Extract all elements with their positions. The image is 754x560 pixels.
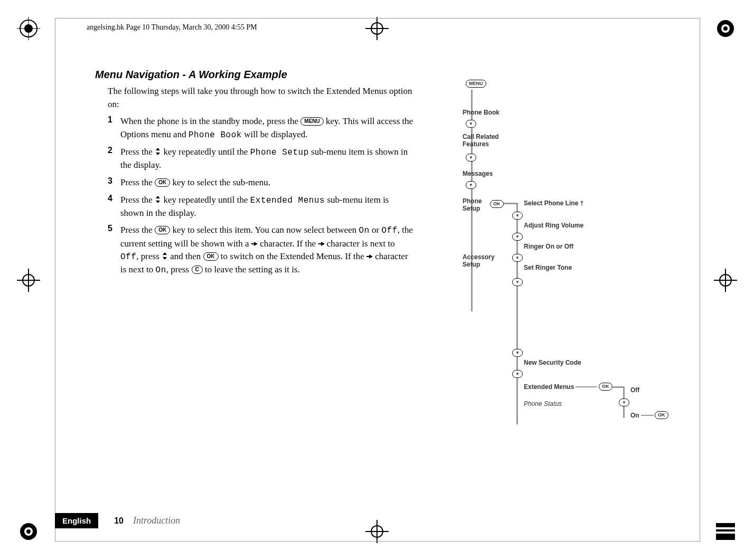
down-keycap-icon: [466, 120, 476, 128]
svg-rect-11: [716, 523, 735, 525]
ok-keycap-icon: OK: [155, 226, 170, 234]
menu-flow-diagram: MENU Phone Book Call Related Features Me…: [453, 79, 675, 470]
diagram-label: Messages: [463, 170, 493, 177]
down-keycap-icon: [512, 278, 523, 286]
step-number: 2: [108, 146, 120, 172]
svg-rect-12: [716, 527, 735, 529]
steps-list: 1 When the phone is in the standby mode,…: [108, 115, 414, 277]
diagram-label: Set Ringer Tone: [524, 264, 572, 271]
step-number: 4: [108, 194, 120, 220]
diagram-connector: [576, 386, 597, 387]
menu-keycap-icon: MENU: [466, 80, 486, 88]
diagram-label: Extended Menus: [524, 383, 574, 391]
down-keycap-icon: [512, 233, 523, 241]
down-keycap-icon: [466, 154, 476, 162]
display-text: Phone Book: [188, 130, 242, 140]
svg-point-6: [723, 26, 728, 31]
step-number: 3: [108, 176, 120, 189]
list-item: 2 Press the key repeatedly until the Pho…: [108, 146, 414, 172]
print-header-caption: angelsing.bk Page 10 Thursday, March 30,…: [87, 23, 257, 32]
nav-key-icon: [162, 252, 168, 260]
diagram-connector: [641, 415, 654, 416]
diagram-label: Off: [630, 386, 639, 394]
page-number: 10: [114, 516, 124, 526]
step-text: Press the OK key to select this item. Yo…: [120, 224, 414, 277]
section-title: Introduction: [133, 515, 180, 526]
down-keycap-icon: [512, 254, 523, 262]
display-text: Extended Menus: [250, 196, 325, 205]
ok-keycap-icon: OK: [599, 383, 612, 391]
diagram-label: On: [630, 412, 639, 419]
down-keycap-icon: [512, 370, 523, 378]
diagram-label: Adjust Ring Volume: [524, 222, 583, 229]
svg-rect-13: [716, 531, 735, 534]
down-keycap-icon: [512, 212, 523, 220]
language-tab: English: [55, 513, 98, 528]
diagram-label: New Security Code: [524, 359, 581, 366]
registration-mark: [714, 17, 737, 40]
diagram-label: Phone Status: [524, 400, 562, 407]
ok-keycap-icon: OK: [155, 178, 170, 187]
ok-keycap-icon: OK: [490, 200, 504, 208]
step-text: Press the key repeatedly until the Exten…: [120, 194, 414, 220]
crop-mark: [714, 269, 737, 292]
nav-key-icon: [155, 148, 161, 155]
display-text: On: [156, 265, 166, 275]
registration-mark: [714, 520, 737, 543]
step-text: Press the OK key to select the sub-menu.: [120, 176, 414, 189]
c-keycap-icon: C: [192, 265, 203, 274]
list-item: 1 When the phone is in the standby mode,…: [108, 115, 414, 141]
diagram-connector: [611, 386, 624, 388]
svg-point-9: [26, 529, 31, 534]
display-text: Off: [381, 226, 397, 235]
step-number: 5: [108, 224, 120, 277]
step-number: 1: [108, 115, 120, 141]
diagram-label: Ringer On or Off: [524, 243, 573, 250]
ok-keycap-icon: OK: [655, 411, 668, 419]
nav-key-icon: [155, 196, 161, 203]
page-footer: English 10 Introduction: [55, 513, 180, 528]
down-keycap-icon: [619, 398, 629, 406]
step-text: Press the key repeatedly until the Phone…: [120, 146, 414, 172]
ok-keycap-icon: OK: [203, 252, 219, 261]
display-text: Phone Setup: [250, 148, 309, 157]
diagram-label: Phone Setup: [463, 197, 489, 212]
diagram-label: Phone Book: [463, 109, 499, 116]
diagram-label: Select Phone Line †: [524, 200, 583, 207]
menu-keycap-icon: MENU: [300, 117, 323, 126]
display-text: On: [359, 226, 370, 235]
intro-text: The following steps will take you throug…: [108, 85, 414, 111]
list-item: 5 Press the OK key to select this item. …: [108, 224, 414, 277]
registration-mark: [17, 520, 40, 543]
diagram-label: Call Related Features: [463, 133, 510, 148]
diagram-connector: [504, 203, 517, 204]
list-item: 3 Press the OK key to select the sub-men…: [108, 176, 414, 189]
registration-mark: [17, 17, 40, 40]
crop-mark: [17, 269, 40, 292]
down-keycap-icon: [512, 349, 523, 357]
list-item: 4 Press the key repeatedly until the Ext…: [108, 194, 414, 220]
step-text: When the phone is in the standby mode, p…: [120, 115, 414, 141]
down-keycap-icon: [466, 181, 476, 189]
diagram-label: Accessory Setup: [463, 253, 499, 268]
display-text: Off: [120, 252, 136, 262]
